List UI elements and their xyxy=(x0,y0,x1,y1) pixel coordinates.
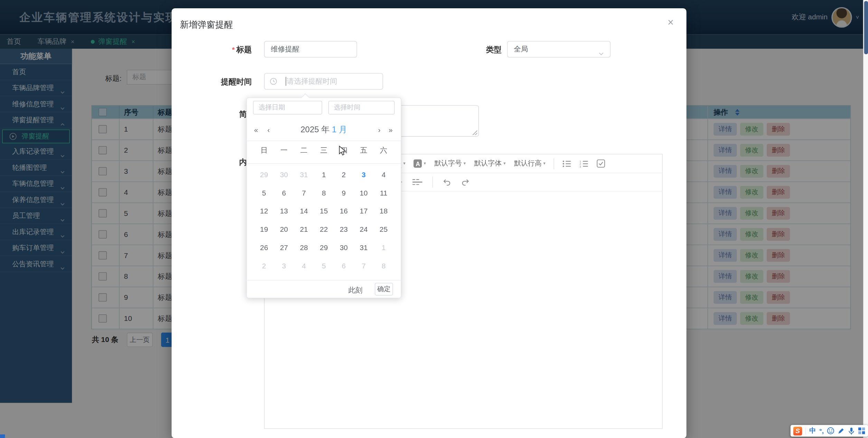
bullet-list-icon[interactable] xyxy=(563,160,572,167)
chevron-down-icon: ▾ xyxy=(464,161,466,166)
time-input[interactable]: 选择时间 xyxy=(328,101,395,115)
editor-menu-label: 默认字号 xyxy=(434,159,462,168)
editor-menu-label: 默认字体 xyxy=(474,159,502,168)
calendar-day[interactable]: 13 xyxy=(274,202,294,220)
calendar-day[interactable]: 7 xyxy=(354,257,374,275)
editor-menu-button[interactable]: 默认行高▾ xyxy=(514,159,545,168)
todo-list-icon[interactable] xyxy=(597,159,605,168)
calendar-day-selected[interactable]: 3 xyxy=(354,165,374,184)
weekday-row: 日一二三四五六 xyxy=(254,145,394,155)
mouse-cursor xyxy=(339,145,346,158)
editor-menu-button[interactable]: 默认字号▾ xyxy=(434,159,466,168)
calendar-day[interactable]: 4 xyxy=(374,165,394,184)
calendar-day[interactable]: 7 xyxy=(294,184,314,202)
svg-text:3: 3 xyxy=(580,165,581,168)
calendar-day[interactable]: 16 xyxy=(334,202,354,220)
chevron-down-icon xyxy=(598,47,604,63)
smiley-icon[interactable] xyxy=(827,427,834,435)
content-field-label: 内容 xyxy=(172,154,255,170)
resize-grip-icon[interactable] xyxy=(472,130,477,135)
desc-field-label: 简介 xyxy=(172,106,255,122)
next-month-button[interactable]: › xyxy=(378,126,380,134)
calendar-day[interactable]: 6 xyxy=(334,257,354,275)
ime-toolbar: S 中°, xyxy=(791,425,868,437)
next-year-button[interactable]: » xyxy=(389,126,393,134)
calendar-day[interactable]: 9 xyxy=(334,184,354,202)
calendar-day[interactable]: 1 xyxy=(314,165,334,184)
weekday-label: 一 xyxy=(274,145,294,155)
calendar-day[interactable]: 21 xyxy=(294,220,314,239)
calendar-day[interactable]: 31 xyxy=(354,238,374,257)
calendar-day[interactable]: 26 xyxy=(254,238,274,257)
ime-logo[interactable]: S xyxy=(793,426,802,435)
calendar-day[interactable]: 3 xyxy=(274,257,294,275)
clock-icon xyxy=(270,77,277,85)
calendar-day[interactable]: 1 xyxy=(374,238,394,257)
ime-punctuation[interactable]: °, xyxy=(819,427,824,435)
scrollbar-thumb[interactable] xyxy=(864,1,868,54)
title-field-label: *标题 xyxy=(172,41,252,58)
toolbar-separator xyxy=(554,158,555,169)
calendar-day[interactable]: 2 xyxy=(254,257,274,275)
pencil-icon[interactable] xyxy=(838,427,845,435)
weekday-label: 三 xyxy=(314,145,334,155)
calendar-day[interactable]: 24 xyxy=(354,220,374,239)
calendar-day[interactable]: 28 xyxy=(294,238,314,257)
calendar-day[interactable]: 23 xyxy=(334,220,354,239)
calendar-day[interactable]: 31 xyxy=(294,165,314,184)
horizontal-scrollbar-corner xyxy=(0,435,5,438)
now-button[interactable]: 此刻 xyxy=(348,286,363,296)
calendar-month[interactable]: 1 月 xyxy=(332,124,347,134)
type-select[interactable]: 全局 xyxy=(507,41,611,58)
ime-chinese-mode[interactable]: 中 xyxy=(809,426,816,436)
calendar-day[interactable]: 8 xyxy=(374,257,394,275)
calendar-day[interactable]: 5 xyxy=(254,184,274,202)
calendar-day[interactable]: 8 xyxy=(314,184,334,202)
type-field-label: 类型 xyxy=(421,41,502,58)
editor-menu-button[interactable]: 默认字体▾ xyxy=(474,159,506,168)
date-input[interactable]: 选择日期 xyxy=(253,101,322,115)
calendar-day[interactable]: 19 xyxy=(254,220,274,239)
mic-icon[interactable] xyxy=(848,427,855,435)
undo-icon[interactable] xyxy=(443,179,451,186)
calendar-day[interactable]: 29 xyxy=(254,165,274,184)
calendar-day[interactable]: 15 xyxy=(314,202,334,220)
required-asterisk: * xyxy=(232,45,235,54)
text-cursor xyxy=(286,77,286,86)
reminder-time-input[interactable]: 请选择提醒时间 xyxy=(264,73,383,89)
modal-title: 新增弹窗提醒 xyxy=(180,19,233,31)
title-input[interactable]: 维修提醒 xyxy=(264,41,357,58)
grid-icon[interactable] xyxy=(858,427,865,435)
redo-icon[interactable] xyxy=(461,179,469,186)
calendar-day[interactable]: 30 xyxy=(334,238,354,257)
calendar-day[interactable]: 10 xyxy=(354,184,374,202)
calendar-day[interactable]: 25 xyxy=(374,220,394,239)
chevron-down-icon: ▾ xyxy=(503,161,506,166)
calendar-day[interactable]: 2 xyxy=(334,165,354,184)
divider xyxy=(247,163,401,164)
confirm-button[interactable]: 确定 xyxy=(375,283,393,296)
calendar-day[interactable]: 30 xyxy=(274,165,294,184)
divider-icon[interactable] xyxy=(412,178,422,186)
calendar-year[interactable]: 2025 年 xyxy=(301,124,330,134)
close-icon[interactable]: × xyxy=(668,17,674,29)
vertical-scrollbar[interactable]: ▼ xyxy=(863,0,868,438)
calendar-day[interactable]: 11 xyxy=(374,184,394,202)
calendar-day[interactable]: 6 xyxy=(274,184,294,202)
screen: 企业车辆管理系统设计与实现 欢迎 admin ˅ 首页车辆品牌×弹窗提醒× 功能… xyxy=(0,0,868,438)
divider xyxy=(247,280,401,281)
calendar-day[interactable]: 18 xyxy=(374,202,394,220)
weekday-label: 日 xyxy=(254,145,274,155)
calendar-day[interactable]: 20 xyxy=(274,220,294,239)
calendar-day[interactable]: 4 xyxy=(294,257,314,275)
weekday-label: 五 xyxy=(354,145,374,155)
calendar-day[interactable]: 29 xyxy=(314,238,334,257)
calendar-day[interactable]: 27 xyxy=(274,238,294,257)
calendar-day[interactable]: 14 xyxy=(294,202,314,220)
calendar-day[interactable]: 12 xyxy=(254,202,274,220)
ordered-list-icon[interactable]: 123 xyxy=(580,160,589,167)
calendar-day[interactable]: 17 xyxy=(354,202,374,220)
bg-color-icon[interactable]: A▾ xyxy=(414,159,426,168)
calendar-day[interactable]: 22 xyxy=(314,220,334,239)
calendar-day[interactable]: 5 xyxy=(314,257,334,275)
